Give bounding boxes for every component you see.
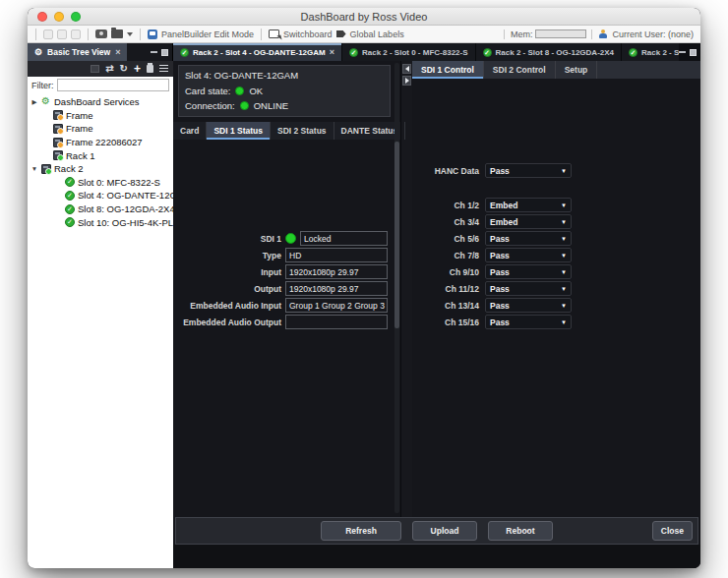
tree-item-icon: [53, 150, 63, 160]
disabled-tool-icon: [71, 29, 81, 39]
close-tab-icon[interactable]: ×: [115, 47, 120, 57]
minimize-window-button[interactable]: [54, 12, 64, 22]
device-tab[interactable]: ✓ Rack 2 - Slot 10 - OG-HI5-4K-PLUS: [622, 43, 679, 61]
expander-icon[interactable]: [30, 165, 38, 172]
tab-basic-tree-view[interactable]: ⚙ Basic Tree View ×: [28, 43, 127, 61]
footer-button-label: Upload: [431, 526, 459, 536]
tree-item[interactable]: Frame: [28, 122, 173, 136]
minimize-pane-icon[interactable]: [151, 51, 157, 53]
control-tab[interactable]: Setup: [556, 61, 598, 79]
add-connection-icon[interactable]: +: [134, 64, 141, 74]
footer-button-label: Refresh: [345, 526, 377, 536]
footer-button[interactable]: Reboot: [488, 521, 553, 541]
tree-item[interactable]: Frame: [28, 109, 173, 123]
chevron-down-icon: ▼: [561, 319, 567, 325]
zoom-window-button[interactable]: [71, 12, 81, 22]
maximize-pane-icon[interactable]: [161, 49, 168, 56]
close-tab-icon[interactable]: ×: [330, 47, 334, 57]
device-tab[interactable]: ✓ Rack 2 - Slot 4 - OG-DANTE-12GAM ×: [173, 43, 342, 61]
status-ok-icon: ✓: [483, 48, 492, 57]
collapse-left-button[interactable]: [402, 64, 411, 74]
channel-row: Ch 11/12 Pass ▼: [420, 281, 700, 296]
scrollbar-thumb[interactable]: [394, 142, 399, 328]
snapshot-icon[interactable]: [95, 29, 107, 38]
tree-item[interactable]: Slot 0: MFC-8322-S: [28, 176, 173, 190]
disabled-tool-icon: [57, 29, 67, 39]
tree-item-label: Rack 2: [54, 163, 84, 174]
tree-item[interactable]: DashBoard Services: [28, 95, 173, 109]
status-scrollbar[interactable]: [394, 63, 399, 513]
channel-label: Ch 3/4: [420, 217, 479, 227]
channel-label: Ch 7/8: [420, 251, 479, 260]
channel-dropdown[interactable]: Pass ▼: [485, 281, 572, 296]
tree-item-icon: [65, 191, 75, 201]
channel-label: Ch 11/12: [420, 284, 479, 294]
channel-dropdown[interactable]: Pass ▼: [485, 315, 572, 329]
channel-dropdown[interactable]: Pass ▼: [485, 298, 572, 313]
channel-dropdown[interactable]: Pass ▼: [485, 231, 572, 246]
status-ok-icon: ✓: [180, 48, 189, 57]
status-tab[interactable]: SDI 2 Status: [271, 122, 334, 140]
tree-item[interactable]: Slot 10: OG-HI5-4K-PLUS: [28, 215, 173, 229]
footer-button[interactable]: Refresh: [321, 521, 401, 541]
field-value: 1920x1080p 29.97: [285, 264, 388, 279]
global-labels-button[interactable]: Global Labels: [336, 29, 404, 39]
channel-value: Pass: [490, 318, 510, 327]
collapse-right-button[interactable]: [402, 76, 411, 86]
maximize-pane-icon[interactable]: [690, 49, 697, 56]
footer-button[interactable]: Upload: [412, 521, 477, 541]
channel-dropdown[interactable]: Pass ▼: [485, 248, 572, 262]
panelbuilder-edit-mode-button[interactable]: PanelBuilder Edit Mode: [148, 29, 254, 39]
channel-value: Embed: [490, 201, 517, 210]
folder-icon: [111, 29, 123, 38]
tree-panel: ⇄ ↻ + Filter: DashBoard Services: [28, 61, 173, 568]
switchboard-icon: [269, 29, 279, 38]
tree-item-icon: [53, 138, 63, 147]
main-toolbar: PanelBuilder Edit Mode Switchboard Globa…: [28, 26, 700, 43]
minimize-pane-icon[interactable]: [679, 51, 686, 53]
refresh-tree-icon[interactable]: ↻: [120, 64, 128, 74]
device-tab-label: Rack 2 - Slot 0 - MFC-8322-S: [362, 48, 468, 57]
tree-item[interactable]: Slot 8: OG-12GDA-2X4: [28, 202, 173, 216]
channel-dropdown[interactable]: Pass ▼: [485, 264, 572, 279]
status-tab[interactable]: SDI 1 Status: [207, 122, 271, 140]
status-tab[interactable]: Card: [173, 122, 207, 140]
chevron-down-icon: [127, 32, 133, 36]
hanc-data-dropdown[interactable]: Pass ▼: [485, 163, 572, 178]
status-tab-label: SDI 2 Status: [277, 126, 327, 136]
status-panel: Slot 4: OG-DANTE-12GAM Card state: OK Co…: [173, 61, 401, 517]
status-tabs: Card SDI 1 Status SDI 2 Status: [173, 122, 400, 140]
tree-item[interactable]: Rack 2: [28, 162, 173, 176]
open-file-button[interactable]: [111, 29, 133, 38]
tree-item-label: Slot 4: OG-DANTE-12GAM: [78, 190, 173, 201]
tree-item[interactable]: Frame 222086027: [28, 136, 173, 149]
hanc-data-label: HANC Data: [420, 166, 479, 176]
panelbuilder-label: PanelBuilder Edit Mode: [161, 29, 254, 39]
switchboard-button[interactable]: Switchboard: [269, 29, 333, 39]
toolbar-separator: [88, 29, 89, 40]
tree-item[interactable]: Rack 1: [28, 148, 173, 162]
connection-led: [240, 101, 249, 110]
status-ok-icon: ✓: [629, 48, 637, 57]
tree-item-icon: [65, 217, 75, 227]
tree-item[interactable]: Slot 4: OG-DANTE-12GAM: [28, 189, 173, 202]
expander-icon[interactable]: [30, 98, 38, 106]
channel-dropdown[interactable]: Embed ▼: [485, 198, 572, 212]
channel-dropdown[interactable]: Embed ▼: [485, 214, 572, 229]
global-labels-label: Global Labels: [350, 29, 404, 39]
control-tab[interactable]: SDI 2 Control: [484, 61, 556, 79]
toolbar-separator: [261, 29, 262, 40]
card-status-header: Slot 4: OG-DANTE-12GAM Card state: OK Co…: [178, 65, 391, 117]
close-button[interactable]: Close: [652, 521, 693, 541]
delete-icon[interactable]: [147, 65, 153, 73]
device-tab[interactable]: ✓ Rack 2 - Slot 0 - MFC-8322-S: [342, 43, 476, 61]
filter-input[interactable]: [57, 79, 170, 91]
device-tab[interactable]: ✓ Rack 2 - Slot 8 - OG-12GDA-2X4: [476, 43, 622, 61]
tree-pane-buttons: [151, 43, 172, 61]
close-window-button[interactable]: [37, 12, 47, 22]
control-tab[interactable]: SDI 1 Control: [412, 61, 484, 79]
chevron-down-icon: ▼: [561, 202, 567, 208]
list-view-icon[interactable]: [159, 65, 168, 73]
reconnect-icon[interactable]: ⇄: [105, 64, 113, 74]
field-value: HD: [285, 248, 388, 262]
